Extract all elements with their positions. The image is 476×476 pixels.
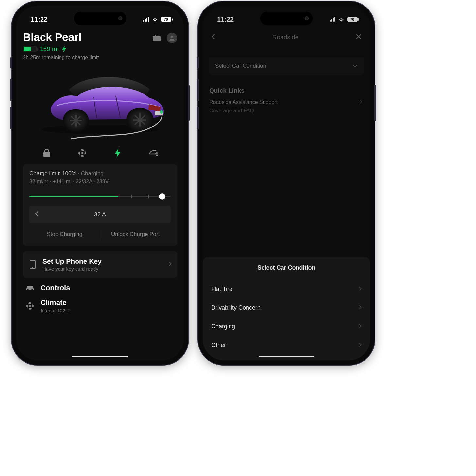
svg-point-21: [29, 305, 31, 307]
chevron-right-icon: [359, 323, 362, 330]
slider-fill: [29, 196, 118, 197]
sheet-title: Select Car Condition: [203, 264, 370, 271]
option-charging[interactable]: Charging: [203, 317, 370, 336]
stop-charging-button[interactable]: Stop Charging: [29, 229, 100, 240]
amp-selector[interactable]: 32 A: [29, 206, 171, 223]
slider-thumb: [159, 193, 165, 200]
dynamic-island: [74, 12, 126, 25]
phone-icon: [28, 260, 37, 269]
svg-point-18: [32, 267, 33, 268]
charge-limit-slider[interactable]: [29, 192, 171, 201]
lock-icon[interactable]: [41, 147, 52, 159]
status-time: 11:22: [31, 16, 47, 23]
range-value: 159 mi: [40, 45, 59, 53]
chevron-left-icon[interactable]: [35, 211, 39, 218]
charge-icon[interactable]: [112, 147, 124, 159]
wifi-icon: [152, 17, 158, 22]
vehicle-image: [31, 66, 169, 141]
home-indicator[interactable]: [259, 356, 314, 357]
svg-point-20: [31, 289, 33, 291]
briefcase-icon[interactable]: [152, 33, 162, 43]
cellular-icon: [143, 17, 149, 22]
svg-point-15: [160, 110, 163, 114]
quick-actions: [23, 143, 177, 163]
unlock-port-button[interactable]: Unlock Charge Port: [100, 229, 171, 240]
profile-avatar[interactable]: [167, 33, 177, 43]
svg-point-0: [171, 36, 173, 38]
charge-limit: Charge limit: 100%: [29, 170, 76, 177]
car-icon: [26, 283, 35, 293]
phone-key-card[interactable]: Set Up Phone Key Have your key card read…: [23, 251, 177, 278]
charge-card: Charge limit: 100% · Charging 32 mi/hr ·…: [23, 164, 177, 246]
bolt-icon: [62, 46, 67, 52]
phone-right: 11:22 70 Roadside Select Car Condition: [198, 1, 375, 365]
vehicle-name: Black Pearl: [23, 31, 99, 43]
option-drivability[interactable]: Drivability Concern: [203, 298, 370, 317]
chevron-right-icon: [359, 286, 362, 293]
chevron-right-icon: [359, 304, 362, 311]
option-flat-tire[interactable]: Flat Tire: [203, 280, 370, 298]
fan-icon[interactable]: [77, 147, 88, 159]
menu-controls[interactable]: Controls: [23, 278, 177, 293]
option-other[interactable]: Other: [203, 336, 370, 354]
svg-point-19: [27, 289, 29, 291]
charge-state: Charging: [81, 170, 104, 177]
chevron-right-icon: [169, 261, 172, 268]
menu-climate[interactable]: Climate Interior 102°F: [23, 293, 177, 313]
battery-icon: 70: [161, 17, 173, 22]
home-indicator[interactable]: [72, 356, 128, 357]
charge-remaining: 2h 25m remaining to charge limit: [23, 55, 99, 60]
svg-point-16: [81, 152, 83, 154]
condition-sheet: Select Car Condition Flat Tire Drivabili…: [203, 257, 370, 360]
dynamic-island: [260, 12, 313, 25]
frunk-icon[interactable]: [148, 147, 159, 159]
battery-level-icon: [23, 46, 37, 52]
phone-left: 11:22 70 Black Pearl 159 mi: [12, 1, 188, 365]
fan-icon: [26, 301, 35, 311]
chevron-right-icon: [359, 342, 362, 348]
